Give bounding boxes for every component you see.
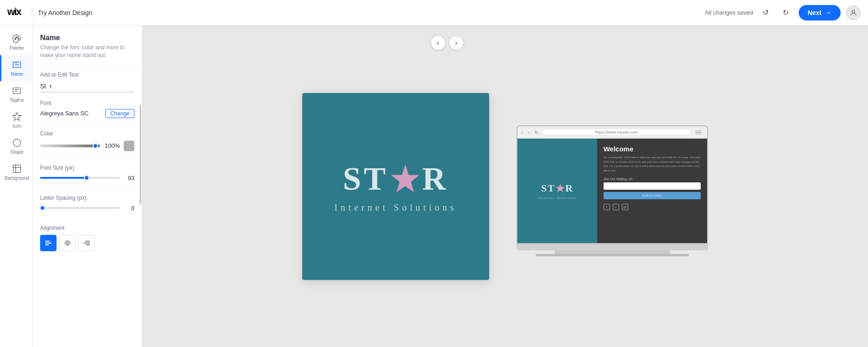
next-button[interactable]: Next → (799, 5, 841, 21)
svg-text:wix: wix (7, 6, 22, 17)
font-name: Alegreya Sans SC (40, 110, 88, 117)
browser-btn-forward[interactable]: › (528, 130, 532, 135)
svg-rect-10 (13, 165, 21, 173)
laptop-base (517, 244, 708, 250)
logo-star-icon (389, 163, 421, 195)
color-swatch[interactable] (124, 140, 134, 151)
laptop-star-icon (555, 183, 565, 193)
laptop-subscribe-label: SUBSCRIBE (642, 194, 662, 197)
sidebar-icons: Palette Name Tagline Icon (0, 26, 33, 347)
browser-bar: ‹ › ↻ https://www.mysite.com (517, 126, 707, 139)
color-group: Color 100% (40, 130, 134, 157)
font-size-slider[interactable] (40, 177, 120, 179)
user-icon (849, 9, 858, 17)
laptop-foot (536, 254, 689, 256)
saved-status: All changes saved (705, 9, 753, 16)
laptop-stand (555, 250, 670, 254)
laptop-join-label: Join Our Mailing List (604, 177, 701, 181)
color-slider[interactable] (40, 145, 100, 147)
align-left-icon (45, 239, 52, 247)
align-right-icon (83, 239, 90, 247)
name-icon (12, 60, 22, 70)
sidebar-background-label: Background (5, 176, 29, 181)
laptop-content: ST R Internet Solutions Welcome I'm a pa… (517, 139, 707, 243)
next-design-button[interactable]: › (449, 36, 464, 50)
tagline-icon (12, 86, 22, 96)
panel-scrollbar (139, 62, 142, 347)
panel-description: Change the font, color and more to make … (40, 44, 134, 59)
wix-logo-svg: wix (7, 5, 26, 18)
redo-button[interactable]: ↻ (779, 5, 793, 20)
svg-marker-21 (556, 184, 564, 192)
laptop-st: ST (541, 182, 555, 194)
canvas-area: ‹ › ST R Internet Solutions ‹ › ↻ (142, 26, 868, 347)
font-divider (40, 123, 134, 123)
email-icon[interactable]: @ (622, 204, 628, 210)
laptop-social-icons: f t @ (604, 204, 701, 210)
laptop-preview: ‹ › ↻ https://www.mysite.com ST (517, 125, 708, 256)
twitter-icon[interactable]: t (613, 204, 619, 210)
user-avatar[interactable] (846, 5, 861, 20)
alignment-group: Alignment (40, 225, 134, 251)
change-font-button[interactable]: Change (105, 109, 134, 118)
font-size-row: 93 (40, 175, 134, 181)
color-thumb (93, 143, 98, 149)
browser-refresh[interactable]: ↻ (535, 130, 539, 135)
panel-header: Name Change the font, color and more to … (33, 26, 142, 65)
sidebar-item-tagline[interactable]: Tagline (0, 81, 32, 107)
svg-rect-12 (45, 243, 52, 243)
alignment-row (40, 235, 134, 251)
align-left-button[interactable] (40, 235, 57, 251)
align-right-button[interactable] (78, 235, 95, 251)
letter-spacing-divider (40, 217, 134, 218)
sidebar-item-palette[interactable]: Palette (0, 29, 32, 55)
letter-spacing-value: 0 (124, 205, 134, 212)
color-row: 100% (40, 140, 134, 151)
sidebar-item-shape[interactable]: Shape (0, 133, 32, 159)
background-icon (12, 164, 22, 174)
svg-point-3 (16, 37, 17, 38)
color-percentage: 100% (103, 142, 120, 149)
laptop-subscribe-btn[interactable]: SUBSCRIBE (604, 192, 701, 199)
align-center-button[interactable] (59, 235, 76, 251)
panel-scrollbar-thumb[interactable] (140, 105, 141, 205)
panel-title: Name (40, 34, 134, 42)
logo-brand: ST R (343, 160, 449, 198)
laptop-right-panel: Welcome I'm a paragraph. Click here to a… (597, 139, 707, 243)
brand-name-input[interactable] (40, 81, 134, 92)
icon-icon (12, 112, 22, 122)
main-layout: Palette Name Tagline Icon (0, 26, 868, 347)
svg-rect-11 (45, 241, 50, 242)
logo-card: ST R Internet Solutions (302, 93, 489, 280)
laptop-email-input[interactable] (604, 182, 701, 190)
letter-spacing-slider[interactable] (40, 207, 120, 209)
nav-arrows: ‹ › (431, 36, 464, 50)
laptop-tagline: Internet Solutions (537, 196, 577, 200)
font-label: Font (40, 100, 134, 106)
laptop-r: R (565, 182, 574, 194)
header-title: Try Another Design (38, 9, 92, 16)
wix-logo: wix (7, 5, 26, 21)
browser-url-bar[interactable]: https://www.mysite.com (542, 129, 691, 136)
laptop-logo: ST R (541, 182, 574, 194)
svg-point-5 (18, 39, 19, 40)
align-center-icon (64, 239, 71, 247)
logo-r: R (422, 160, 449, 198)
sidebar-palette-label: Palette (10, 46, 24, 51)
sidebar-item-icon[interactable]: Icon (0, 107, 32, 133)
header-divider (32, 7, 32, 18)
input-underline (40, 92, 134, 93)
sidebar-item-name[interactable]: Name (0, 55, 32, 81)
letter-spacing-label: Letter Spacing (px) (40, 195, 134, 201)
browser-btn-back[interactable]: ‹ (521, 130, 526, 135)
undo-button[interactable]: ↺ (759, 5, 773, 20)
laptop-screen: ‹ › ↻ https://www.mysite.com ST (517, 125, 708, 244)
sidebar-shape-label: Shape (10, 150, 24, 155)
alignment-label: Alignment (40, 225, 134, 231)
prev-design-button[interactable]: ‹ (431, 36, 445, 50)
sidebar-item-background[interactable]: Background (0, 159, 32, 185)
facebook-icon[interactable]: f (604, 204, 610, 210)
next-label: Next (808, 9, 822, 16)
add-edit-text-group: Add or Edit Text (40, 72, 134, 93)
font-size-thumb (84, 175, 89, 181)
